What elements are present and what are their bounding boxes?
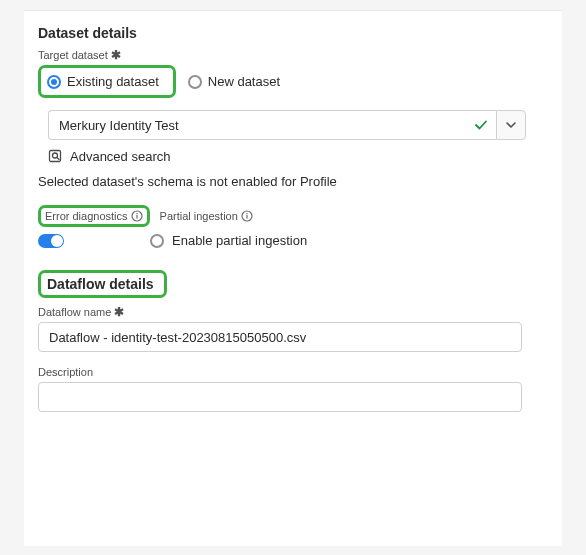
dataflow-details-title: Dataflow details (47, 276, 154, 292)
dataflow-name-label: Dataflow name ✱ (38, 306, 548, 318)
existing-dataset-highlight: Existing dataset (38, 65, 176, 98)
diagnostics-labels-row: Error diagnostics Partial ingestion (38, 205, 548, 227)
description-label-text: Description (38, 366, 93, 378)
dataset-dropdown-button[interactable] (496, 110, 526, 140)
radio-selected-icon (47, 75, 61, 89)
info-icon[interactable] (131, 210, 143, 222)
settings-panel: Dataset details Target dataset ✱ Existin… (24, 10, 562, 546)
existing-dataset-label: Existing dataset (67, 74, 159, 89)
schema-profile-note: Selected dataset's schema is not enabled… (38, 174, 548, 189)
dataset-select[interactable]: Merkury Identity Test (48, 110, 466, 140)
error-diagnostics-label: Error diagnostics (45, 210, 128, 222)
info-icon[interactable] (241, 210, 253, 222)
partial-ingestion-label: Partial ingestion (160, 210, 238, 222)
advanced-search-label: Advanced search (70, 149, 170, 164)
new-dataset-option[interactable]: New dataset (186, 70, 288, 93)
target-dataset-label: Target dataset ✱ (38, 49, 548, 61)
advanced-search-link[interactable]: Advanced search (48, 148, 548, 164)
dataset-details-title: Dataset details (38, 25, 548, 41)
required-asterisk-icon: ✱ (114, 307, 124, 318)
target-dataset-radio-group: Existing dataset New dataset (38, 65, 548, 98)
description-label: Description (38, 366, 548, 378)
enable-partial-label: Enable partial ingestion (172, 233, 307, 248)
dataflow-heading-wrap: Dataflow details (38, 270, 548, 298)
error-diagnostics-toggle[interactable] (38, 234, 64, 248)
dataset-select-value: Merkury Identity Test (59, 118, 179, 133)
dataflow-name-label-text: Dataflow name (38, 306, 111, 318)
dataflow-details-highlight: Dataflow details (38, 270, 167, 298)
advanced-search-icon (48, 148, 64, 164)
dataset-select-row: Merkury Identity Test (48, 110, 526, 140)
description-input[interactable] (38, 382, 522, 412)
enable-partial-option[interactable]: Enable partial ingestion (150, 233, 307, 248)
error-diagnostics-label-group: Error diagnostics (45, 210, 143, 222)
checkmark-icon (474, 118, 488, 132)
target-dataset-label-text: Target dataset (38, 49, 108, 61)
partial-ingestion-label-group: Partial ingestion (160, 210, 253, 222)
chevron-down-icon (506, 120, 516, 130)
dataset-valid-indicator (466, 110, 496, 140)
diagnostics-controls-row: Enable partial ingestion (38, 233, 548, 248)
dataflow-name-value: Dataflow - identity-test-20230815050500.… (49, 330, 306, 345)
svg-rect-7 (246, 213, 247, 214)
svg-rect-3 (136, 215, 137, 219)
dataflow-name-input[interactable]: Dataflow - identity-test-20230815050500.… (38, 322, 522, 352)
radio-unselected-icon (188, 75, 202, 89)
svg-rect-6 (246, 215, 247, 219)
error-diagnostics-highlight: Error diagnostics (38, 205, 150, 227)
svg-rect-4 (136, 213, 137, 214)
new-dataset-label: New dataset (208, 74, 280, 89)
radio-unselected-icon (150, 234, 164, 248)
required-asterisk-icon: ✱ (111, 50, 121, 61)
existing-dataset-option[interactable]: Existing dataset (45, 70, 167, 93)
